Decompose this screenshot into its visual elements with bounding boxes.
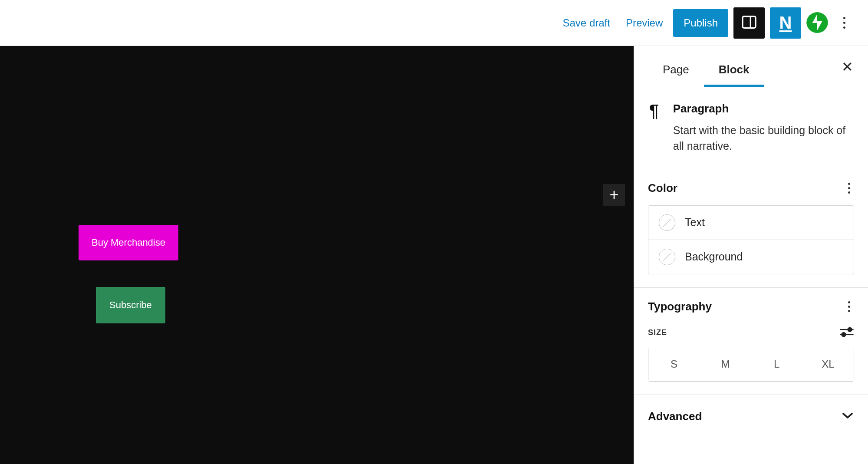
font-size-l[interactable]: L (751, 347, 802, 381)
empty-swatch-icon (659, 214, 675, 231)
settings-panel-toggle[interactable] (733, 7, 765, 39)
preview-button[interactable]: Preview (621, 13, 668, 33)
font-size-s[interactable]: S (648, 347, 700, 381)
tab-page[interactable]: Page (648, 53, 704, 87)
color-text-label: Text (685, 216, 705, 229)
editor-canvas[interactable]: Buy Merchandise Subscribe + (0, 46, 634, 464)
more-options-button[interactable] (833, 7, 855, 39)
svg-point-6 (848, 328, 852, 332)
newspack-n-icon: N (779, 13, 792, 33)
font-size-xl[interactable]: XL (802, 347, 854, 381)
empty-swatch-icon (659, 249, 675, 265)
typography-section: Typography SIZE (634, 288, 868, 395)
publish-button[interactable]: Publish (673, 9, 728, 37)
settings-sidebar: Page Block ✕ ¶ Paragraph Start with the … (634, 46, 868, 464)
color-text-row[interactable]: Text (648, 206, 854, 240)
kebab-dot-icon (843, 26, 845, 29)
color-section-title: Color (648, 181, 854, 195)
tab-block[interactable]: Block (704, 53, 764, 87)
color-background-label: Background (685, 250, 743, 263)
font-size-label: SIZE (648, 328, 667, 337)
kebab-dot-icon (843, 22, 845, 24)
color-section-options-button[interactable] (844, 181, 854, 196)
svg-point-8 (842, 332, 846, 336)
save-draft-button[interactable]: Save draft (558, 13, 615, 33)
block-type-title: Paragraph (673, 102, 854, 115)
advanced-section-title: Advanced (648, 410, 702, 423)
typography-section-title: Typography (648, 300, 854, 313)
advanced-section-toggle[interactable]: Advanced (634, 395, 868, 438)
sliders-icon (839, 332, 854, 339)
sidebar-panel-icon (740, 13, 758, 32)
kebab-dot-icon (843, 17, 845, 19)
typography-section-options-button[interactable] (844, 299, 854, 315)
plus-icon: + (609, 186, 618, 204)
svg-rect-0 (743, 16, 756, 28)
paragraph-icon: ¶ (648, 102, 660, 154)
close-sidebar-button[interactable]: ✕ (838, 58, 856, 76)
subscribe-block-button[interactable]: Subscribe (96, 287, 165, 323)
sidebar-tabs: Page Block ✕ (634, 46, 868, 87)
block-type-info: ¶ Paragraph Start with the basic buildin… (634, 87, 868, 169)
chevron-down-icon (841, 411, 854, 421)
custom-size-toggle[interactable] (839, 326, 854, 339)
jetpack-bolt-icon (806, 12, 828, 34)
jetpack-button[interactable] (806, 12, 828, 34)
close-icon: ✕ (842, 59, 853, 75)
font-size-m[interactable]: M (700, 347, 751, 381)
color-section: Color Text Background (634, 169, 868, 288)
block-type-description: Start with the basic building block of a… (673, 122, 854, 154)
color-background-row[interactable]: Background (648, 240, 854, 274)
newspack-button[interactable]: N (770, 7, 801, 39)
buy-merchandise-block-button[interactable]: Buy Merchandise (79, 225, 178, 260)
add-block-button[interactable]: + (603, 184, 625, 206)
editor-topbar: Save draft Preview Publish N (0, 0, 868, 46)
